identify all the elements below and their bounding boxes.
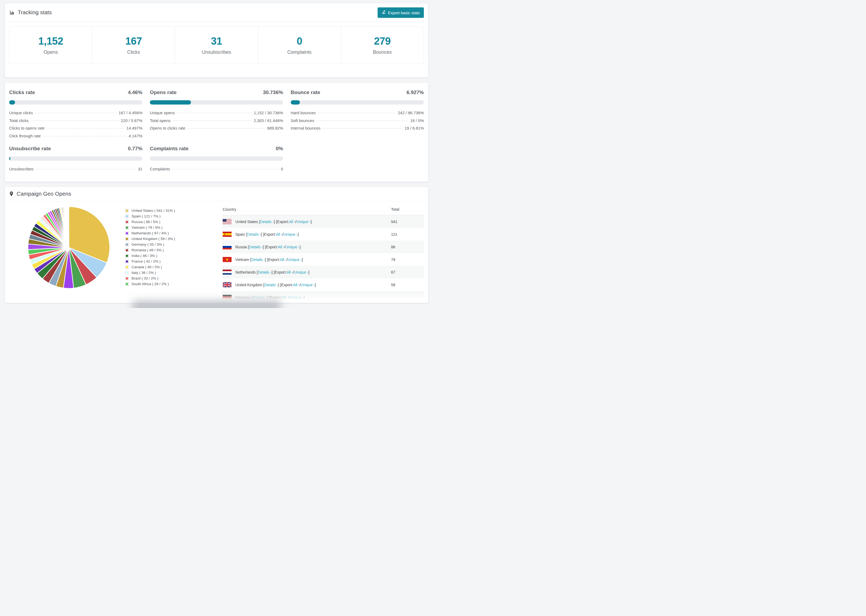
- legend-swatch: [125, 248, 129, 252]
- export-unique-link[interactable]: Unique ›: [294, 270, 309, 274]
- rate-title-value: 6.927%: [407, 90, 424, 96]
- stat-label: Bounces: [373, 49, 392, 55]
- export-all-link[interactable]: All ›: [289, 220, 295, 224]
- country-cell: United States [Details ›] [Export: All ›…: [223, 219, 391, 224]
- de-flag-icon: [223, 295, 231, 300]
- export-unique-link[interactable]: Unique ›: [301, 283, 315, 287]
- rate-title: Unsubscribe rate0.77%: [9, 146, 142, 152]
- country-name: Netherlands: [235, 270, 257, 274]
- campaign-geo-opens-card: Campaign Geo Opens United States ( 541 /…: [5, 187, 428, 303]
- bracket: ]: [311, 220, 312, 224]
- legend-item-russia: Russia ( 86 / 5% ): [125, 219, 175, 225]
- export-label-text: ] [Export:: [261, 232, 276, 237]
- rate-detail-row: Total opens2,303 / 61.446%: [150, 118, 283, 126]
- details-link[interactable]: Details ›: [247, 232, 261, 237]
- bounce-rate-section: Bounce rate6.927%Hard bounces242 / 86.73…: [291, 90, 424, 141]
- rate-detail-value: 220 / 5.87%: [121, 118, 142, 123]
- rate-detail-label: Click through rate: [9, 134, 41, 138]
- export-icon: [382, 10, 386, 15]
- legend-label: Vietnam ( 79 / 5% ): [132, 225, 162, 229]
- rate-detail-value: 18 / 0%: [410, 118, 424, 123]
- legend-swatch: [125, 220, 129, 224]
- stat-box-bounces: 279Bounces: [341, 27, 424, 64]
- rate-detail-label: Soft bounces: [291, 118, 314, 123]
- dotted-leader: [323, 128, 403, 129]
- bracket: ]: [315, 283, 316, 287]
- rate-detail-value: 689.82%: [267, 126, 283, 130]
- country-name: Spain: [235, 232, 246, 237]
- legend-label: Russia ( 86 / 5% ): [132, 220, 160, 224]
- legend-label: Germany ( 55 / 3% ): [132, 242, 164, 247]
- legend-swatch: [125, 254, 129, 258]
- legend-swatch: [125, 259, 129, 263]
- rate-title-label: Clicks rate: [9, 90, 35, 96]
- rate-detail-row: Click through rate4.147%: [9, 134, 142, 141]
- rate-title-label: Bounce rate: [291, 90, 320, 96]
- us-flag-icon: [223, 219, 231, 224]
- geo-table-header: Country Total: [222, 203, 424, 215]
- rate-detail-row: Unique opens1,152 / 30.736%: [150, 110, 283, 118]
- geo-title: Campaign Geo Opens: [17, 191, 71, 197]
- details-link[interactable]: Details ›: [260, 220, 274, 224]
- rate-detail-label: Opens to clicks rate: [150, 126, 185, 130]
- legend-label: Netherlands ( 67 / 4% ): [132, 231, 169, 235]
- legend-item-united-kingdom: United Kingdom ( 59 / 3% ): [125, 236, 175, 242]
- export-all-link[interactable]: All ›: [278, 245, 284, 249]
- rate-progress-bar: [9, 100, 142, 105]
- dotted-leader: [187, 128, 265, 129]
- details-link[interactable]: Details ›: [258, 270, 271, 274]
- column-country: Country: [223, 207, 391, 212]
- export-all-link[interactable]: All ›: [280, 258, 287, 262]
- legend-item-united-states: United States ( 541 / 31% ): [125, 208, 175, 214]
- country-name: United States: [235, 220, 259, 224]
- export-basic-stats-button[interactable]: Export basic stats: [378, 7, 424, 18]
- country-name: United Kingdom: [235, 283, 263, 287]
- country-cell: Vietnam [Details ›] [Export: All › / Uni…: [223, 257, 391, 262]
- export-all-link[interactable]: All ›: [282, 295, 288, 300]
- country-cell: United Kingdom [Details ›] [Export: All …: [223, 282, 391, 287]
- details-link[interactable]: Details ›: [253, 295, 266, 300]
- export-unique-link[interactable]: Unique ›: [290, 295, 304, 300]
- country-name: Russia: [235, 245, 248, 249]
- rate-title: Opens rate30.736%: [150, 90, 283, 96]
- export-all-link[interactable]: All ›: [287, 270, 293, 274]
- rate-progress-bar: [291, 100, 424, 105]
- rate-title-value: 30.736%: [263, 90, 283, 96]
- geo-opens-pie-chart: [27, 206, 111, 289]
- rate-progress-bar: [9, 156, 142, 161]
- dotted-leader: [47, 128, 124, 129]
- legend-swatch: [125, 243, 129, 247]
- table-row-nl: Netherlands [Details ›] [Export: All › /…: [222, 266, 424, 278]
- rate-detail-value: 14.497%: [126, 126, 142, 130]
- export-unique-link[interactable]: Unique ›: [288, 258, 302, 262]
- rate-title-value: 0.77%: [128, 146, 142, 152]
- table-row-us: United States [Details ›] [Export: All ›…: [222, 215, 424, 228]
- vn-flag-icon: [223, 257, 231, 262]
- legend-item-netherlands: Netherlands ( 67 / 4% ): [125, 230, 175, 236]
- stat-box-opens: 1,152Opens: [9, 27, 92, 64]
- export-unique-link[interactable]: Unique ›: [296, 220, 311, 224]
- export-all-link[interactable]: All ›: [293, 283, 299, 287]
- dotted-leader: [31, 121, 119, 121]
- country-total: 59: [391, 283, 423, 287]
- unsubscribe-rate-section: Unsubscribe rate0.77%Unsubscribes31: [9, 146, 142, 174]
- rate-detail-value: 31: [138, 167, 143, 171]
- geo-country-table: Country Total United States [Details ›] …: [222, 203, 424, 303]
- legend-item-south-africa: South Africa ( 29 / 2% ): [125, 281, 175, 287]
- clicks-rate-section: Clicks rate4.46%Unique clicks167 / 4.456…: [9, 90, 142, 141]
- details-link[interactable]: Details ›: [264, 283, 278, 287]
- table-row-uk: United Kingdom [Details ›] [Export: All …: [222, 278, 424, 291]
- export-all-link[interactable]: All ›: [276, 232, 282, 237]
- legend-swatch: [125, 231, 129, 235]
- export-unique-link[interactable]: Unique ›: [283, 232, 298, 237]
- legend-swatch: [125, 209, 129, 212]
- legend-swatch: [125, 282, 129, 286]
- rate-detail-label: Hard bounces: [291, 110, 316, 115]
- details-link[interactable]: Details ›: [251, 258, 265, 262]
- country-cell: Germany [Details ›] [Export: All › / Uni…: [223, 295, 391, 300]
- rate-detail-value: 2,303 / 61.446%: [254, 118, 283, 123]
- export-label-text: ] [Export:: [278, 283, 293, 287]
- details-link[interactable]: Details ›: [249, 245, 263, 249]
- export-unique-link[interactable]: Unique ›: [285, 245, 299, 249]
- legend-item-germany: Germany ( 55 / 3% ): [125, 242, 175, 247]
